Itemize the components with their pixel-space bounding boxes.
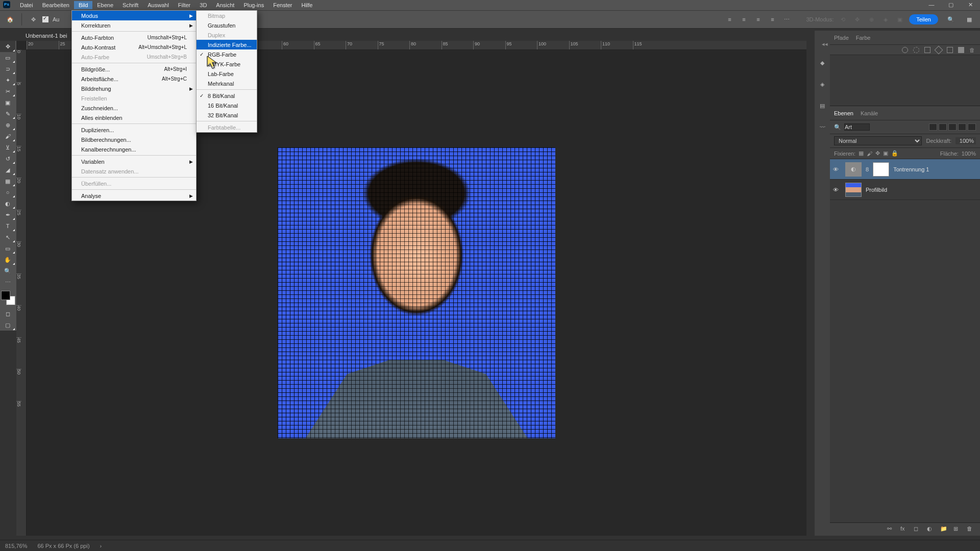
filter-shape-icon[interactable]	[958, 123, 966, 131]
libraries-icon[interactable]: ▤	[816, 99, 828, 112]
new-layer-icon[interactable]: ⊞	[953, 525, 962, 534]
layer-mask-thumb[interactable]	[873, 162, 889, 177]
quickmask-icon[interactable]: ◻	[0, 308, 15, 319]
diamond-shape-icon[interactable]	[935, 45, 943, 54]
heal-tool-icon[interactable]: ⊕	[0, 119, 15, 131]
lock-all-icon[interactable]: 🔒	[891, 150, 898, 157]
menu-item[interactable]: Auto-FarbtonUmschalt+Strg+L	[72, 33, 196, 42]
stamp-tool-icon[interactable]: ⊻	[0, 142, 15, 153]
fill-value[interactable]: 100%	[962, 151, 976, 157]
layer-filter-input[interactable]	[844, 123, 870, 131]
zoom-tool-icon[interactable]: 🔍	[0, 265, 15, 277]
menu-3d[interactable]: 3D	[195, 1, 211, 9]
circle-shape-icon[interactable]	[913, 47, 919, 53]
menu-item[interactable]: Kanalberechnungen...	[72, 144, 196, 154]
menu-item[interactable]: Zuschneiden...	[72, 103, 196, 113]
submenu-item[interactable]: ✓8 Bit/Kanal	[197, 91, 257, 101]
visibility-icon[interactable]: 👁	[833, 187, 841, 193]
fx-icon[interactable]: fx	[900, 525, 909, 534]
tab-kanaele[interactable]: Kanäle	[861, 109, 878, 117]
menu-filter[interactable]: Filter	[174, 1, 195, 9]
collapse-icon[interactable]: ◂◂	[815, 41, 830, 47]
visibility-icon[interactable]: 👁	[833, 166, 841, 172]
distribute-icon[interactable]: ≡	[767, 14, 777, 24]
submenu-item[interactable]: CMYK-Farbe	[197, 59, 257, 69]
filter-pixel-icon[interactable]	[929, 123, 937, 131]
adjustments-icon[interactable]: ◈	[816, 78, 828, 90]
adjustment-layer-icon[interactable]: ◐	[927, 525, 935, 534]
color-swatches[interactable]	[1, 291, 15, 305]
menu-ebene[interactable]: Ebene	[92, 1, 118, 9]
menu-item[interactable]: Variablen▶	[72, 157, 196, 166]
menu-item[interactable]: Bilddrehung▶	[72, 84, 196, 93]
square-shape-icon[interactable]	[947, 47, 953, 53]
submenu-item[interactable]: 32 Bit/Kanal	[197, 110, 257, 120]
group-icon[interactable]: 📁	[940, 525, 948, 534]
3d-light-icon[interactable]: ▣	[895, 14, 905, 24]
foreground-swatch[interactable]	[1, 291, 10, 300]
more-icon[interactable]: ⋯	[781, 14, 792, 24]
maximize-button[interactable]: ▢	[941, 0, 961, 10]
filled-shape-icon[interactable]	[958, 47, 964, 53]
align-right-icon[interactable]: ≡	[753, 14, 763, 24]
menu-bild[interactable]: Bild	[74, 1, 92, 9]
filter-type-icon[interactable]	[948, 123, 957, 131]
submenu-item[interactable]: Indizierte Farbe...	[197, 40, 257, 49]
ellipse-shape-icon[interactable]	[902, 47, 908, 53]
edit-toolbar-icon[interactable]: ⋯	[0, 277, 15, 288]
properties-icon[interactable]: ◆	[816, 57, 828, 69]
menu-item[interactable]: Analyse▶	[72, 191, 196, 201]
submenu-item[interactable]: Graustufen	[197, 20, 257, 30]
search-icon[interactable]: 🔍	[945, 14, 957, 25]
move-tool-icon[interactable]: ✥	[28, 14, 38, 24]
dodge-tool-icon[interactable]: ◐	[0, 198, 15, 209]
menu-item[interactable]: Duplizieren...	[72, 125, 196, 135]
mask-icon[interactable]: ◻	[914, 525, 922, 534]
blend-mode-select[interactable]: Normal	[834, 136, 922, 145]
type-tool-icon[interactable]: T	[0, 220, 15, 232]
history-brush-icon[interactable]: ↺	[0, 153, 15, 164]
lock-pos-icon[interactable]: ✥	[875, 150, 880, 157]
tab-pfade[interactable]: Pfade	[834, 34, 849, 42]
share-button[interactable]: Teilen	[909, 14, 938, 24]
layer-name[interactable]: Tontrennung 1	[893, 166, 929, 172]
lock-paint-icon[interactable]: 🖌	[867, 151, 872, 157]
workspace-icon[interactable]: ▦	[964, 14, 975, 25]
delete-path-icon[interactable]: 🗑	[969, 47, 975, 53]
menu-item[interactable]: Korrekturen▶	[72, 20, 196, 30]
vertical-ruler[interactable]: 0510152025303540455055	[16, 50, 27, 536]
lasso-tool-icon[interactable]: ⊃	[0, 63, 15, 74]
layer-row[interactable]: 👁 ◐ 8 Tontrennung 1	[830, 159, 980, 180]
doc-info[interactable]: 66 Px x 66 Px (6 ppi)	[37, 543, 89, 549]
menu-item[interactable]: Modus▶	[72, 11, 196, 20]
auto-select-checkbox[interactable]	[42, 16, 48, 22]
hand-tool-icon[interactable]: ✋	[0, 254, 15, 265]
blur-tool-icon[interactable]: ○	[0, 187, 15, 198]
wand-tool-icon[interactable]: ✦	[0, 74, 15, 86]
align-left-icon[interactable]: ≡	[724, 14, 734, 24]
menu-schrift[interactable]: Schrift	[118, 1, 143, 9]
menu-item[interactable]: Bildgröße...Alt+Strg+I	[72, 64, 196, 74]
canvas-image[interactable]	[278, 147, 555, 438]
submenu-item[interactable]: Mehrkanal	[197, 79, 257, 88]
filter-smart-icon[interactable]	[968, 123, 976, 131]
eyedropper-tool-icon[interactable]: ✎	[0, 108, 15, 119]
move-tool-icon[interactable]: ✥	[0, 41, 15, 52]
marquee-tool-icon[interactable]: ▭	[0, 52, 15, 63]
filter-search-icon[interactable]: 🔍	[834, 124, 841, 131]
3d-orbit-icon[interactable]: ⟲	[838, 14, 848, 24]
3d-camera-icon[interactable]: ◈	[880, 14, 891, 24]
tab-ebenen[interactable]: Ebenen	[834, 109, 853, 117]
crop-tool-icon[interactable]: ✂	[0, 86, 15, 97]
gradient-tool-icon[interactable]: ▦	[0, 176, 15, 187]
opacity-value[interactable]: 100%	[955, 137, 976, 144]
submenu-item[interactable]: ✓RGB-Farbe	[197, 49, 257, 59]
screenmode-icon[interactable]: ▢	[0, 319, 15, 331]
3d-pan-icon[interactable]: ✥	[852, 14, 862, 24]
menu-item[interactable]: Bildberechnungen...	[72, 135, 196, 144]
submenu-item[interactable]: 16 Bit/Kanal	[197, 101, 257, 110]
menu-item[interactable]: Auto-KontrastAlt+Umschalt+Strg+L	[72, 42, 196, 52]
delete-layer-icon[interactable]: 🗑	[967, 525, 975, 534]
lock-artboard-icon[interactable]: ▣	[883, 150, 888, 157]
3d-slide-icon[interactable]: ⊕	[866, 14, 876, 24]
